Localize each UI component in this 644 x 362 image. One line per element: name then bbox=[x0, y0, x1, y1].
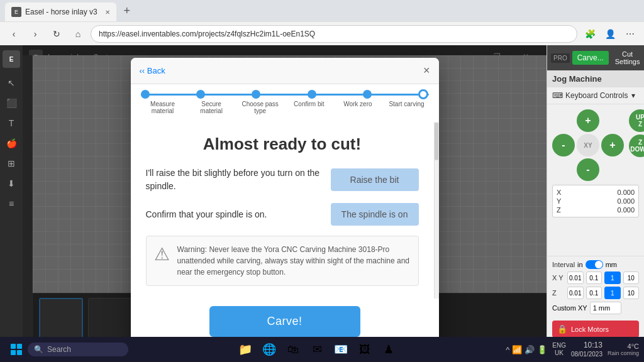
jog-y-plus-btn[interactable]: + bbox=[577, 109, 599, 132]
step-label-5: Work zero bbox=[336, 101, 380, 114]
lock-motors-btn[interactable]: 🔒 Lock Motors bbox=[552, 321, 639, 337]
sidebar-image-icon[interactable]: 🍎 bbox=[3, 134, 20, 152]
browser-icons: 🧩 👤 ⋯ bbox=[581, 25, 639, 43]
step-dot-6[interactable] bbox=[418, 89, 428, 99]
taskbar-app-steam[interactable]: ♟ bbox=[379, 339, 399, 359]
weather-info: 4°C Rain coming bbox=[608, 343, 639, 356]
taskbar-search[interactable]: 🔍 Search bbox=[28, 343, 128, 356]
coordinates: X 0.000 Y 0.000 Z 0.000 bbox=[552, 185, 639, 217]
sidebar-cursor-icon[interactable]: ↖ bbox=[3, 74, 20, 92]
active-tab[interactable]: E Easel - horse inlay v3 ✕ bbox=[5, 3, 116, 21]
step-label-6: Start carving bbox=[384, 101, 428, 114]
custom-xy-input[interactable] bbox=[590, 302, 621, 314]
jog-y-minus-btn[interactable]: - bbox=[577, 158, 599, 181]
extensions-icon[interactable]: 🧩 bbox=[581, 25, 599, 43]
date-display: 08/01/2023 bbox=[571, 350, 602, 358]
carve-top-btn[interactable]: Carve... bbox=[572, 51, 609, 65]
carve-btn[interactable]: Carve! bbox=[209, 306, 360, 337]
sidebar-apps-icon[interactable]: ⊞ bbox=[3, 155, 20, 172]
address-bar[interactable]: https://easel.inventables.com/projects/z… bbox=[91, 25, 577, 43]
taskbar-right: ^ 📶 🔊 🔋 ENG UK 10:13 08/01/2023 4°C Rain… bbox=[506, 341, 639, 359]
instruction-text-1: I'll raise the bit slightly before you t… bbox=[146, 167, 331, 193]
jog-x-plus-btn[interactable]: + bbox=[601, 134, 624, 156]
back-btn[interactable]: ‹ bbox=[5, 25, 23, 43]
tab-close-btn[interactable]: ✕ bbox=[105, 9, 110, 16]
jog-z-up-btn[interactable]: UPZ bbox=[629, 109, 644, 132]
z-10-btn[interactable]: 10 bbox=[623, 287, 640, 299]
spindle-on-btn[interactable]: The spindle is on bbox=[331, 203, 419, 226]
modal-scrollbar[interactable] bbox=[434, 122, 439, 299]
taskbar-app-file-explorer[interactable]: 📁 bbox=[235, 339, 255, 359]
xy-01-btn[interactable]: 0.1 bbox=[586, 272, 602, 284]
chevron-up-icon[interactable]: ^ bbox=[506, 345, 509, 354]
xy-1-btn[interactable]: 1 bbox=[604, 272, 621, 284]
sidebar-import-icon[interactable]: ⬇ bbox=[3, 175, 20, 192]
sidebar-shapes-icon[interactable]: ⬛ bbox=[3, 94, 20, 112]
profile-icon[interactable]: 👤 bbox=[601, 25, 619, 43]
z-01-btn[interactable]: 0.1 bbox=[586, 287, 602, 299]
tab-title: Easel - horse inlay v3 bbox=[25, 8, 97, 16]
modal-header: ‹ ‹ Back × bbox=[131, 58, 439, 84]
taskbar-app-outlook[interactable]: 📧 bbox=[331, 339, 351, 359]
xy-001-btn[interactable]: 0.01 bbox=[567, 272, 584, 284]
navigation-bar: ‹ › ↻ ⌂ https://easel.inventables.com/pr… bbox=[0, 21, 644, 45]
x-coord-label: X bbox=[557, 189, 561, 196]
y-coord-row: Y 0.000 bbox=[557, 197, 635, 206]
app-area: E ↖ ⬛ T 🍎 ⊞ ⬇ ≡ E horse inlay v3 ☆ ▾ — ❐… bbox=[0, 45, 644, 362]
home-btn[interactable]: ⌂ bbox=[69, 25, 87, 43]
modal-dialog: ‹ ‹ Back × bbox=[131, 58, 439, 349]
sidebar-text-icon[interactable]: T bbox=[3, 114, 20, 132]
locale-display[interactable]: ENG UK bbox=[552, 342, 566, 357]
forward-btn[interactable]: › bbox=[26, 25, 44, 43]
z-1-btn[interactable]: 1 bbox=[604, 287, 621, 299]
interval-unit-toggle[interactable]: in mm bbox=[577, 260, 617, 269]
instruction-text-2: Confirm that your spindle is on. bbox=[146, 208, 331, 221]
jog-controls: + - XY + - UPZ ZDOWN X bbox=[547, 104, 644, 256]
jog-empty-3 bbox=[552, 158, 575, 181]
modal-overlay: ‹ ‹ Back × bbox=[23, 45, 547, 362]
taskbar-app-store[interactable]: 🛍 bbox=[283, 339, 303, 359]
z-interval-label: Z bbox=[552, 289, 565, 297]
left-sidebar: E ↖ ⬛ T 🍎 ⊞ ⬇ ≡ bbox=[0, 45, 23, 362]
lock-motors-label: Lock Motors bbox=[571, 326, 609, 333]
xy-10-btn[interactable]: 10 bbox=[623, 272, 640, 284]
search-icon: 🔍 bbox=[34, 345, 43, 354]
more-icon[interactable]: ⋯ bbox=[621, 25, 639, 43]
step-dot-3 bbox=[252, 90, 260, 99]
locale-lang: ENG bbox=[552, 342, 566, 349]
cut-settings-btn[interactable]: Cut Settings bbox=[611, 48, 644, 68]
step-label-3: Choose passtype bbox=[238, 101, 282, 114]
y-coord-label: Y bbox=[557, 197, 561, 205]
z-coord-row: Z 0.000 bbox=[557, 206, 635, 214]
modal-body: Almost ready to cut! I'll raise the bit … bbox=[131, 122, 434, 299]
new-tab-btn[interactable]: + bbox=[119, 3, 135, 19]
warning-triangle-icon: ⚠ bbox=[154, 244, 170, 265]
clock[interactable]: 10:13 08/01/2023 bbox=[571, 341, 602, 359]
warning-box: ⚠ Warning: Never leave the Yora CNC Carv… bbox=[146, 236, 419, 286]
jog-empty-4 bbox=[601, 158, 624, 181]
interval-toggle-switch[interactable] bbox=[586, 260, 603, 269]
battery-icon[interactable]: 🔋 bbox=[537, 345, 547, 354]
x-coord-value: 0.000 bbox=[617, 189, 635, 196]
taskbar-app-edge[interactable]: 🌐 bbox=[259, 339, 279, 359]
sidebar-layers-icon[interactable]: ≡ bbox=[3, 195, 20, 212]
keyboard-controls-row[interactable]: ⌨ Keyboard Controls ▾ bbox=[547, 87, 644, 104]
modal-close-btn[interactable]: × bbox=[423, 64, 430, 77]
refresh-btn[interactable]: ↻ bbox=[48, 25, 65, 43]
tab-bar: E Easel - horse inlay v3 ✕ + bbox=[0, 0, 644, 21]
taskbar-app-photos[interactable]: 🖼 bbox=[355, 339, 375, 359]
start-btn[interactable] bbox=[5, 338, 28, 361]
z-buttons: UPZ ZDOWN bbox=[629, 109, 644, 181]
network-icon[interactable]: 📶 bbox=[512, 345, 522, 354]
app-logo: E bbox=[3, 50, 20, 68]
step-dot-4 bbox=[308, 90, 316, 99]
taskbar-app-mail[interactable]: ✉ bbox=[307, 339, 327, 359]
jog-empty-1 bbox=[552, 109, 575, 132]
modal-back-btn[interactable]: ‹ ‹ Back bbox=[140, 66, 165, 75]
jog-x-minus-btn[interactable]: - bbox=[552, 134, 575, 156]
raise-bit-btn[interactable]: Raise the bit bbox=[331, 168, 419, 191]
z-interval-row: Z 0.01 0.1 1 10 bbox=[552, 287, 639, 299]
volume-icon[interactable]: 🔊 bbox=[525, 345, 535, 354]
jog-z-down-btn[interactable]: ZDOWN bbox=[629, 134, 644, 157]
z-001-btn[interactable]: 0.01 bbox=[567, 287, 584, 299]
